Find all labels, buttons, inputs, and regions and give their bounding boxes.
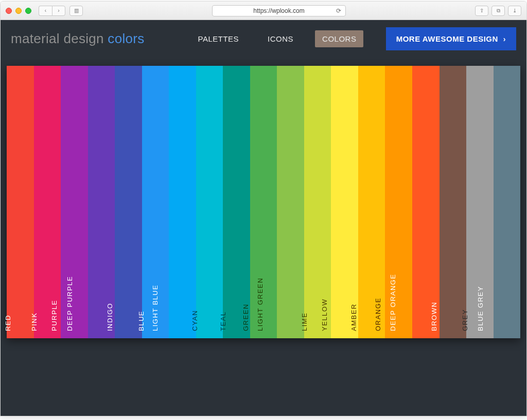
logo-part-2: colors [108, 31, 144, 46]
window-close-icon[interactable] [6, 8, 12, 14]
color-stripe-lime[interactable]: LIME [304, 66, 331, 338]
browser-toolbar-right: ⇪ ⧉ ⤓ [475, 6, 521, 16]
color-stripe-label: ORANGE [374, 298, 382, 331]
color-stripe-label: LIME [301, 313, 308, 331]
window-zoom-icon[interactable] [25, 8, 31, 14]
cta-label: MORE AWESOME DESIGN [396, 34, 498, 43]
reload-icon[interactable]: ⟳ [336, 7, 341, 14]
browser-forward-button[interactable]: › [52, 6, 65, 16]
color-stripe-indigo[interactable]: INDIGO [115, 66, 142, 338]
page-body: material design colors PALETTESICONSCOLO… [1, 20, 526, 416]
browser-sidebar-button[interactable]: ▥ [69, 6, 83, 16]
browser-frame: ‹ › ▥ https://wplook.com ⟳ ⇪ ⧉ ⤓ materia… [0, 1, 527, 416]
color-stripe-label: PURPLE [51, 300, 59, 331]
tabs-button-icon[interactable]: ⧉ [491, 6, 505, 16]
download-button-icon[interactable]: ⤓ [508, 6, 521, 16]
color-stripe-cyan[interactable]: CYAN [196, 66, 223, 338]
nav-item-colors[interactable]: COLORS [315, 30, 363, 47]
nav-item-icons[interactable]: ICONS [260, 30, 301, 47]
color-stripe-label: LIGHT GREEN [256, 278, 264, 331]
color-stripe-label: LIGHT BLUE [151, 284, 159, 331]
browser-nav-back-forward: ‹ › [39, 6, 65, 16]
color-stripe-purple[interactable]: PURPLE [61, 66, 88, 338]
color-stripe-yellow[interactable]: YELLOW [331, 66, 358, 338]
share-button-icon[interactable]: ⇪ [475, 6, 488, 16]
color-stripe-brown[interactable]: BROWN [440, 66, 467, 338]
color-stripe-label: PINK [30, 313, 38, 331]
color-stripe-light-blue[interactable]: LIGHT BLUE [169, 66, 196, 338]
color-stripe-label: BLUE [137, 311, 145, 331]
color-stripes: REDPINKPURPLEDEEP PURPLEINDIGOBLUELIGHT … [7, 66, 520, 338]
color-stripe-red[interactable]: RED [7, 66, 34, 338]
color-stripe-label: BROWN [430, 302, 438, 331]
color-stripe-pink[interactable]: PINK [34, 66, 61, 338]
color-stripe-deep-orange[interactable]: DEEP ORANGE [412, 66, 440, 338]
color-stripe-label: GREEN [242, 303, 250, 331]
cta-more-design-button[interactable]: MORE AWESOME DESIGN › [386, 27, 516, 50]
color-stripe-label: BLUE GREY [477, 286, 484, 331]
window-minimize-icon[interactable] [15, 8, 22, 14]
color-stripe-label: INDIGO [107, 303, 114, 331]
footer-space [1, 338, 526, 416]
chevron-right-icon: › [503, 35, 506, 43]
page-header: material design colors PALETTESICONSCOLO… [1, 20, 526, 66]
color-stripe-deep-purple[interactable]: DEEP PURPLE [88, 66, 115, 338]
color-stripe-label: DEEP ORANGE [389, 273, 397, 331]
main-nav: PALETTESICONSCOLORS [191, 30, 364, 47]
site-logo[interactable]: material design colors [11, 31, 145, 47]
color-stripe-label: CYAN [191, 310, 199, 331]
window-traffic-lights [6, 8, 31, 14]
browser-address-bar[interactable]: https://wplook.com ⟳ [212, 5, 346, 16]
color-stripe-blue-grey[interactable]: BLUE GREY [494, 66, 521, 338]
color-stripe-label: YELLOW [321, 299, 328, 331]
browser-back-button[interactable]: ‹ [39, 6, 52, 16]
color-stripe-light-green[interactable]: LIGHT GREEN [277, 66, 304, 338]
browser-url-text: https://wplook.com [253, 7, 304, 14]
color-stripe-teal[interactable]: TEAL [223, 66, 250, 338]
color-stripe-label: RED [4, 315, 12, 331]
logo-part-1: material design [11, 31, 104, 46]
color-stripe-label: TEAL [219, 311, 226, 331]
color-stripe-label: GREY [461, 309, 469, 331]
color-stripe-label: AMBER [350, 303, 358, 331]
nav-item-palettes[interactable]: PALETTES [191, 30, 247, 47]
color-stripe-label: DEEP PURPLE [66, 276, 74, 331]
browser-chrome: ‹ › ▥ https://wplook.com ⟳ ⇪ ⧉ ⤓ [1, 2, 526, 20]
